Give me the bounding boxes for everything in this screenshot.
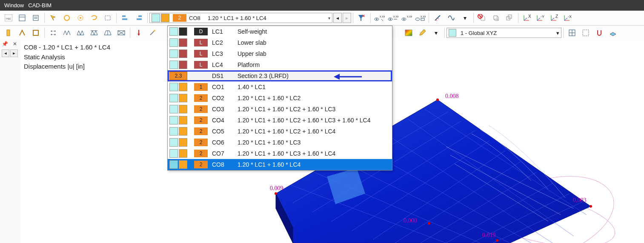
option-desc: Lower slab xyxy=(235,39,389,40)
grid-2-icon[interactable] xyxy=(580,27,592,39)
combo-desc: 1.20 * LC1 + 1.60 * LC4 xyxy=(208,15,266,21)
svg-text:x.xx: x.xx xyxy=(393,15,398,18)
svg-text:x.xx: x.xx xyxy=(380,15,385,18)
svg-point-69 xyxy=(154,30,155,32)
loadcase-option-LC1[interactable]: DLC1Self-weight xyxy=(168,26,392,37)
svg-point-19 xyxy=(376,19,378,20)
svg-line-33 xyxy=(438,18,439,19)
combo-swatch-2 xyxy=(161,14,169,22)
csys-swatch xyxy=(449,29,456,37)
svg-rect-4 xyxy=(33,15,38,20)
svg-point-26 xyxy=(404,19,405,20)
axis-x-icon[interactable]: X xyxy=(521,12,533,24)
filter-delete-icon[interactable]: × xyxy=(356,12,368,24)
loadcase-dropdown-list[interactable]: DLC1Self-weightLLC2Lower slabLLC3Upper s… xyxy=(167,26,392,40)
select-lasso-icon[interactable] xyxy=(88,12,100,24)
select-circle-icon[interactable] xyxy=(61,12,73,24)
svg-line-52 xyxy=(564,18,567,20)
select-target-icon[interactable] xyxy=(74,12,86,24)
load-arrow-icon[interactable] xyxy=(133,27,145,39)
member-3-icon[interactable] xyxy=(30,27,42,39)
loadcase-combo[interactable]: 2 CO8 1.20 * LC1 + 1.60 * LC4 ▾ xyxy=(149,13,332,23)
delete-cube-icon[interactable] xyxy=(476,12,488,24)
svg-text:>sc: >sc xyxy=(6,17,11,20)
view-xxx-2-icon[interactable]: x.xx xyxy=(387,12,399,24)
svg-rect-54 xyxy=(7,30,10,36)
axis-neg-y-icon[interactable]: -Y xyxy=(535,12,547,24)
truss-1-icon[interactable] xyxy=(61,27,73,39)
truss-4-icon[interactable] xyxy=(102,27,114,39)
truss-3-icon[interactable] xyxy=(88,27,100,39)
axis-neg-x-icon[interactable]: -X xyxy=(562,12,574,24)
workplane-icon[interactable] xyxy=(607,27,619,39)
member-1-icon[interactable] xyxy=(3,27,14,39)
option-swatch xyxy=(179,27,187,36)
svg-rect-74 xyxy=(583,30,589,36)
svg-text:X: X xyxy=(528,14,531,19)
loadcase-option-LC2[interactable]: LLC2Lower slab xyxy=(168,37,392,40)
svg-line-44 xyxy=(537,18,540,20)
wave-dropdown-icon[interactable]: ▾ xyxy=(459,12,471,24)
node-grid-icon[interactable] xyxy=(47,27,59,39)
panel-icon[interactable] xyxy=(16,12,28,24)
svg-rect-70 xyxy=(405,30,412,36)
svg-line-32 xyxy=(436,20,437,21)
combo-code: CO8 xyxy=(189,15,208,21)
svg-line-48 xyxy=(551,18,554,20)
svg-rect-2 xyxy=(19,15,25,21)
svg-text:×: × xyxy=(362,14,365,18)
tool-wand-icon[interactable] xyxy=(146,27,158,39)
svg-marker-7 xyxy=(51,15,55,20)
view-xxx-4-icon[interactable]: x.xx xyxy=(414,12,426,24)
member-2-icon[interactable] xyxy=(16,27,28,39)
option-badge: D xyxy=(194,28,208,35)
align-right-icon[interactable] xyxy=(133,12,145,24)
option-badge: L xyxy=(194,39,208,40)
results-surface-icon[interactable] xyxy=(403,27,415,39)
select-poly-icon[interactable] xyxy=(47,12,59,24)
results-wave-icon[interactable] xyxy=(445,12,457,24)
list-icon[interactable] xyxy=(30,12,42,24)
menubar[interactable]: Window CAD-BIM xyxy=(0,0,644,11)
option-desc: Self-weight xyxy=(235,28,389,35)
truss-5-icon[interactable] xyxy=(115,27,127,39)
combo-swatch-1 xyxy=(152,14,160,22)
coord-system-combo[interactable]: 1 - Global XYZ ▾ xyxy=(447,28,561,38)
option-code: LC1 xyxy=(209,28,235,35)
menu-cad-bim[interactable]: CAD-BIM xyxy=(28,2,52,9)
axis-z-icon[interactable]: Z xyxy=(548,12,560,24)
view-xxx-1-icon[interactable]: x.xx xyxy=(373,12,385,24)
svg-point-28 xyxy=(415,18,420,20)
option-code: LC2 xyxy=(209,39,235,40)
svg-rect-11 xyxy=(105,16,110,20)
cube-stack-icon[interactable] xyxy=(504,12,515,24)
svg-text:x.xx: x.xx xyxy=(421,15,426,18)
results-bar-icon[interactable] xyxy=(432,12,444,24)
select-rect-icon[interactable] xyxy=(102,12,114,24)
option-swatch xyxy=(169,27,178,36)
svg-text:x.xx: x.xx xyxy=(407,15,412,18)
svg-marker-67 xyxy=(137,34,140,36)
svg-point-8 xyxy=(64,15,69,20)
view-xxx-3-icon[interactable]: x.xx xyxy=(401,12,412,24)
grid-1-icon[interactable] xyxy=(566,27,578,39)
script-console-icon[interactable]: >sc xyxy=(3,12,14,24)
next-loadcase-button[interactable]: ► xyxy=(343,13,351,23)
svg-rect-30 xyxy=(421,18,424,20)
svg-rect-15 xyxy=(137,18,142,20)
csys-label: 1 - Global XYZ xyxy=(461,30,497,36)
svg-rect-12 xyxy=(122,15,126,17)
svg-rect-55 xyxy=(33,30,38,35)
cube-icon[interactable] xyxy=(490,12,502,24)
truss-2-icon[interactable] xyxy=(74,27,86,39)
combo-badge: 2 xyxy=(173,14,186,22)
navigator-panel-collapsed: 📌 ✕ ◄ ► xyxy=(0,40,21,40)
prev-loadcase-button[interactable]: ◄ xyxy=(333,13,342,23)
snap-icon[interactable] xyxy=(593,27,605,39)
pencil-icon[interactable] xyxy=(416,27,428,39)
menu-window[interactable]: Window xyxy=(4,2,24,9)
align-left-icon[interactable] xyxy=(119,12,131,24)
svg-line-68 xyxy=(150,31,155,35)
pencil-dropdown-icon[interactable]: ▾ xyxy=(430,27,442,39)
option-swatch xyxy=(179,38,187,40)
